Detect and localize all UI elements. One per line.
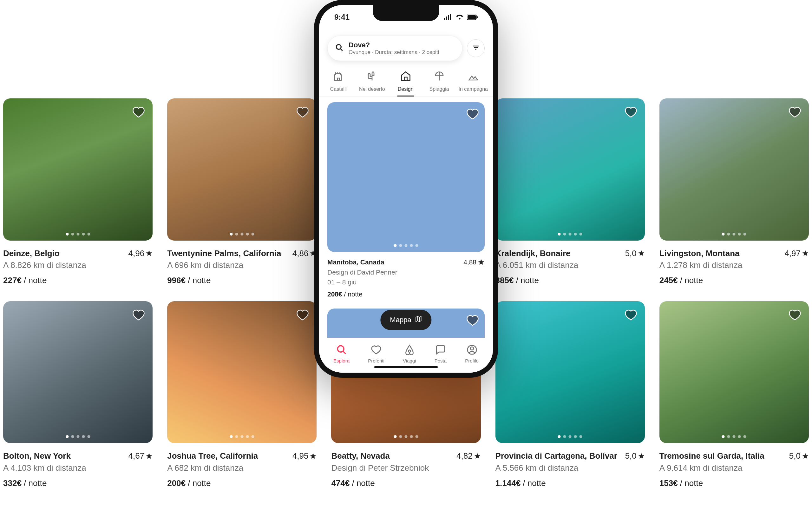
wishlist-heart-icon[interactable] <box>466 314 479 327</box>
listing-card[interactable]: Tremosine sul Garda, Italia 5,0 A 9.614 … <box>659 301 809 489</box>
svg-rect-0 <box>444 18 445 20</box>
carousel-dots <box>558 233 582 235</box>
listing-distance: A 6.051 km di distanza <box>496 259 645 272</box>
listing-rating: 5,0 <box>625 247 645 260</box>
listing-card[interactable]: Twentynine Palms, California 4,86 A 696 … <box>167 99 316 287</box>
design-icon <box>400 70 412 83</box>
listing-card[interactable]: Deinze, Belgio 4,96 A 8.826 km di distan… <box>3 99 153 287</box>
phone-listing-price: 208€ / notte <box>327 289 485 299</box>
carousel-dots <box>230 233 254 235</box>
listing-rating: 4,82 <box>457 450 481 462</box>
listing-location: Beatty, Nevada <box>331 450 390 462</box>
listing-card[interactable]: Kralendijk, Bonaire 5,0 A 6.051 km di di… <box>496 99 645 287</box>
listing-image[interactable] <box>167 301 316 444</box>
listing-image[interactable] <box>496 99 645 240</box>
listing-distance: A 8.826 km di distanza <box>3 259 153 272</box>
phone-listing-designer: Design di David Penner <box>327 267 485 278</box>
airbnb-icon <box>404 344 415 356</box>
listing-card[interactable]: Joshua Tree, California 4,95 A 682 km di… <box>167 301 316 489</box>
home-indicator <box>374 366 438 368</box>
carousel-dots <box>722 233 746 235</box>
category-label: Spiaggia <box>429 86 449 92</box>
cactus-icon <box>366 70 378 83</box>
category-beach[interactable]: Spiaggia <box>425 70 454 92</box>
category-bar[interactable]: Castelli Nel deserto Design Spiaggia In … <box>319 70 493 97</box>
listing-card[interactable]: Livingston, Montana 4,97 A 1.278 km di d… <box>659 99 809 287</box>
phone-listings[interactable]: Manitoba, Canada 4,88 Design di David Pe… <box>327 102 485 338</box>
carousel-dots <box>722 435 746 438</box>
listing-image[interactable] <box>659 301 809 444</box>
wishlist-heart-icon[interactable] <box>296 309 309 322</box>
search-subtitle: Ovunque · Durata: settimana · 2 ospiti <box>348 49 439 55</box>
filter-button[interactable] <box>467 39 485 57</box>
svg-point-7 <box>336 44 341 49</box>
phone-listing-card[interactable]: Manitoba, Canada 4,88 Design di David Pe… <box>327 102 485 299</box>
svg-rect-2 <box>448 15 449 20</box>
phone-listing-image[interactable] <box>327 102 485 252</box>
listing-price: 332€ / notte <box>3 477 153 489</box>
wishlist-heart-icon[interactable] <box>624 106 637 119</box>
listing-image[interactable] <box>3 99 153 240</box>
wishlist-heart-icon[interactable] <box>132 309 145 322</box>
listing-location: Deinze, Belgio <box>3 247 60 260</box>
search-bar[interactable]: Dove? Ovunque · Durata: settimana · 2 os… <box>327 35 463 61</box>
search-question: Dove? <box>348 41 439 49</box>
svg-rect-1 <box>446 16 447 20</box>
listing-rating: 5,0 <box>789 450 809 462</box>
listing-image[interactable] <box>167 99 316 240</box>
countryside-icon <box>468 70 479 83</box>
battery-icon <box>467 13 478 22</box>
phone-listing-dates: 01 – 8 giu <box>327 277 485 287</box>
wishlist-heart-icon[interactable] <box>789 106 801 119</box>
category-countryside[interactable]: In campagna <box>459 70 488 92</box>
wishlist-heart-icon[interactable] <box>624 309 637 322</box>
tab-label: Preferiti <box>368 358 384 363</box>
listing-price: 996€ / notte <box>167 275 316 287</box>
phone-mockup: 9:41 Dove? Ovunque · Durata: settimana ·… <box>314 0 498 378</box>
listing-rating: 4,97 <box>784 247 809 260</box>
listing-distance: A 5.566 km di distanza <box>496 462 645 474</box>
listing-image[interactable] <box>496 301 645 444</box>
tab-explore[interactable]: Esplora <box>333 344 349 363</box>
wishlist-heart-icon[interactable] <box>789 309 801 322</box>
listing-card[interactable]: Bolton, New York 4,67 A 4.103 km di dist… <box>3 301 153 489</box>
message-icon <box>435 344 446 356</box>
svg-point-9 <box>408 350 411 352</box>
listing-rating: 4,95 <box>292 450 317 462</box>
tab-wishlist[interactable]: Preferiti <box>368 344 384 363</box>
phone-listing-location: Manitoba, Canada <box>327 257 384 267</box>
listing-distance: A 4.103 km di distanza <box>3 462 153 474</box>
tab-profile[interactable]: Profilo <box>465 344 479 363</box>
tab-inbox[interactable]: Posta <box>435 344 447 363</box>
carousel-dots <box>394 244 419 247</box>
wishlist-heart-icon[interactable] <box>132 106 145 119</box>
listing-price: 153€ / notte <box>659 477 809 489</box>
listing-price: 200€ / notte <box>167 477 316 489</box>
phone-notch <box>373 5 439 21</box>
svg-rect-3 <box>450 14 451 20</box>
category-label: Nel deserto <box>359 86 385 92</box>
search-icon <box>336 344 347 356</box>
listing-card[interactable]: Provincia di Cartagena, Bolívar 5,0 A 5.… <box>496 301 645 489</box>
listing-designer: Design di Peter Strzebniok <box>331 462 481 474</box>
wishlist-heart-icon[interactable] <box>466 108 479 121</box>
listing-image[interactable] <box>659 99 809 240</box>
category-desert[interactable]: Nel deserto <box>358 70 386 92</box>
wishlist-heart-icon[interactable] <box>296 106 309 119</box>
carousel-dots <box>230 435 254 438</box>
listing-image[interactable] <box>3 301 153 444</box>
category-castles[interactable]: Castelli <box>324 70 353 92</box>
carousel-dots <box>66 233 90 235</box>
category-label: Design <box>398 86 414 92</box>
map-button[interactable]: Mappa <box>380 310 432 330</box>
category-design[interactable]: Design <box>391 70 420 92</box>
svg-rect-5 <box>468 15 476 19</box>
svg-rect-6 <box>477 16 478 18</box>
profile-icon <box>467 344 477 356</box>
tab-label: Viaggi <box>403 358 416 363</box>
listing-price: 474€ / notte <box>331 477 481 489</box>
listing-rating: 5,0 <box>625 450 645 462</box>
castle-icon <box>333 70 344 83</box>
listing-rating: 4,67 <box>128 450 153 462</box>
tab-trips[interactable]: Viaggi <box>403 344 416 363</box>
